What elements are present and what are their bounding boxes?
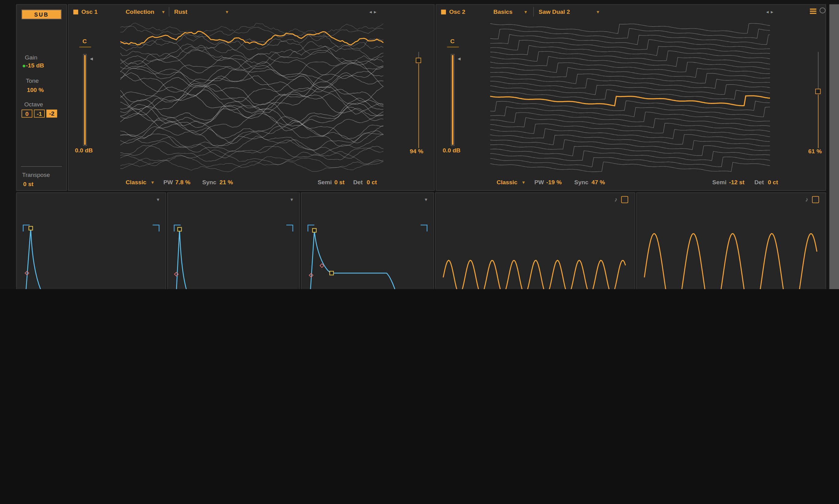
chevron-down-icon: ▼ bbox=[225, 10, 229, 14]
scrollbar-strip[interactable] bbox=[829, 4, 839, 289]
osc2-activator[interactable] bbox=[441, 10, 446, 14]
note-sync-icon[interactable]: ♪ bbox=[805, 196, 808, 203]
sub-gain-value[interactable]: -15 dB bbox=[26, 62, 44, 68]
tone-value[interactable]: 100 % bbox=[27, 87, 44, 93]
sub-divider bbox=[21, 166, 62, 167]
osc2-sync-value[interactable]: 47 % bbox=[592, 179, 605, 185]
osc1-gain-value[interactable]: 0.0 dB bbox=[75, 147, 93, 153]
envelope-display[interactable] bbox=[168, 206, 300, 289]
osc1-pos-handle[interactable] bbox=[416, 58, 421, 63]
osc1-sync-value[interactable]: 21 % bbox=[219, 179, 233, 185]
circle-view-icon[interactable] bbox=[820, 7, 825, 13]
tone-label: Tone bbox=[26, 77, 39, 84]
osc1-position-value[interactable]: 94 % bbox=[410, 148, 423, 155]
osc2-gain-value[interactable]: 0.0 dB bbox=[443, 147, 461, 153]
osc1-waveform-display[interactable] bbox=[120, 21, 384, 175]
osc1-gain-marker: ◄ bbox=[89, 56, 94, 61]
osc2-det-value[interactable]: 0 ct bbox=[768, 179, 778, 185]
osc2-title: Osc 2 bbox=[449, 8, 465, 15]
sub-panel: SUB Gain -15 dB Tone 100 % Octave 0 -1 -… bbox=[16, 4, 67, 191]
osc2-sync-label: Sync bbox=[574, 179, 588, 185]
osc2-pw-value[interactable]: -19 % bbox=[546, 179, 562, 185]
octave-minus1-button[interactable]: -1 bbox=[34, 109, 45, 118]
gain-led bbox=[23, 65, 25, 68]
note-sync-icon[interactable]: ♪ bbox=[614, 196, 617, 203]
osc2-pos-track bbox=[818, 52, 819, 90]
osc1-wavetable-select[interactable]: Rust bbox=[174, 8, 188, 15]
osc2-pw-label: PW bbox=[534, 179, 544, 185]
envelope-display[interactable] bbox=[17, 206, 166, 289]
osc2-category-select[interactable]: Basics bbox=[494, 8, 513, 15]
lfo-waveform-display[interactable] bbox=[436, 207, 635, 289]
lfo-waveform-display[interactable] bbox=[637, 207, 825, 289]
osc1-mode-select[interactable]: Classic bbox=[125, 179, 147, 185]
octave-label: Octave bbox=[24, 101, 43, 107]
osc1-sync-label: Sync bbox=[202, 179, 216, 185]
env2-panel: ▼ bbox=[167, 193, 300, 289]
octave-minus2-button[interactable]: -2 bbox=[46, 109, 57, 118]
osc2-prev-next-icons[interactable]: ◂▸ bbox=[766, 9, 775, 14]
osc1-pw-value[interactable]: 7.8 % bbox=[175, 179, 190, 185]
osc2-pos-fill bbox=[818, 95, 819, 148]
osc1-title: Osc 1 bbox=[81, 8, 98, 15]
amp-env-panel: ▼ bbox=[16, 193, 166, 289]
osc1-gain-slider[interactable] bbox=[83, 54, 87, 146]
lfo1-panel: ♪ bbox=[435, 193, 635, 289]
osc2-det-label: Det bbox=[754, 179, 764, 185]
osc2-position-value[interactable]: 61 % bbox=[808, 148, 822, 155]
osc1-panel: Osc 1 Collection ▼ Rust ▼ ◂▸ C ◄ 0.0 dB … bbox=[68, 4, 434, 191]
osc2-mode-select[interactable]: Classic bbox=[497, 179, 517, 185]
osc1-separator bbox=[169, 7, 169, 17]
osc1-activator[interactable] bbox=[73, 10, 78, 14]
lfo-retrigger-toggle[interactable] bbox=[812, 196, 819, 203]
osc1-pw-label: PW bbox=[163, 179, 173, 185]
osc1-gain-note[interactable]: C bbox=[83, 38, 87, 44]
sub-button[interactable]: SUB bbox=[21, 10, 62, 19]
osc1-det-label: Det bbox=[353, 179, 363, 185]
osc1-det-value[interactable]: 0 ct bbox=[367, 179, 377, 185]
transpose-label: Transpose bbox=[22, 172, 50, 178]
osc1-semi-label: Semi bbox=[318, 179, 332, 185]
osc2-gain-note[interactable]: C bbox=[450, 38, 455, 44]
lfo-retrigger-toggle[interactable] bbox=[621, 196, 628, 203]
osc1-semi-value[interactable]: 0 st bbox=[334, 179, 344, 185]
osc2-waveform-display[interactable] bbox=[490, 20, 771, 176]
chevron-down-icon: ▼ bbox=[161, 10, 166, 14]
wavetable-synth-window: SUB Gain -15 dB Tone 100 % Octave 0 -1 -… bbox=[0, 0, 839, 289]
osc1-pos-fill bbox=[418, 64, 419, 148]
lfo2-panel: ♪ bbox=[636, 193, 826, 289]
osc2-wavetable-select[interactable]: Saw Dual 2 bbox=[538, 8, 570, 15]
osc1-category-select[interactable]: Collection bbox=[125, 8, 154, 15]
env3-panel: ▼ bbox=[301, 193, 434, 289]
gain-label: Gain bbox=[25, 54, 37, 60]
wavetable-view-mode-icon[interactable] bbox=[809, 8, 817, 15]
osc2-semi-label: Semi bbox=[712, 179, 726, 185]
transpose-value[interactable]: 0 st bbox=[23, 181, 33, 187]
osc2-pos-handle[interactable] bbox=[815, 89, 821, 94]
octave-0-button[interactable]: 0 bbox=[21, 109, 32, 118]
osc2-semi-value[interactable]: -12 st bbox=[729, 179, 745, 185]
osc1-prev-next-icons[interactable]: ◂▸ bbox=[370, 9, 379, 14]
envelope-display[interactable] bbox=[301, 206, 434, 289]
osc1-note-underline bbox=[79, 47, 91, 48]
osc2-panel: Osc 2 Basics ▼ Saw Dual 2 ▼ ◂▸ C ◄ 0.0 d… bbox=[436, 4, 826, 191]
osc2-gain-slider[interactable] bbox=[451, 54, 455, 146]
